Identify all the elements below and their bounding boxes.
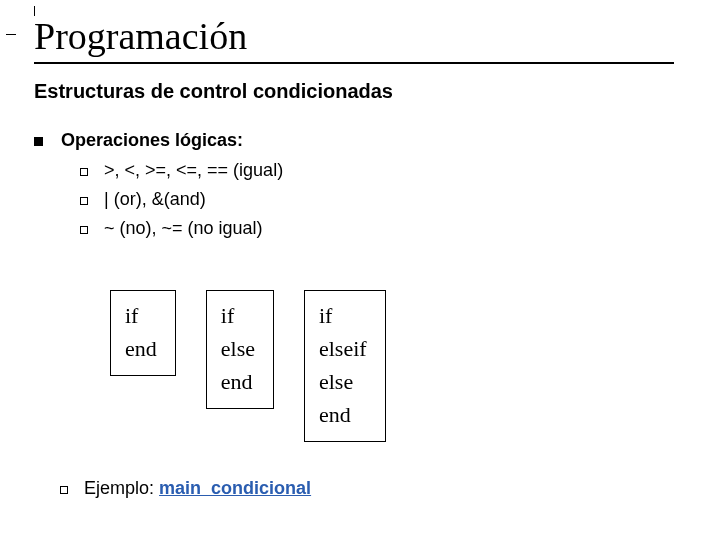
list-item: >, <, >=, <=, == (igual) (80, 160, 283, 181)
code-line: if (125, 299, 157, 332)
example-text: Ejemplo: main_condicional (84, 478, 311, 499)
code-line: end (319, 398, 367, 431)
example-row: Ejemplo: main_condicional (60, 478, 311, 499)
hollow-square-bullet-icon (80, 197, 88, 205)
example-label: Ejemplo: (84, 478, 159, 498)
hollow-square-bullet-icon (60, 486, 68, 494)
hollow-square-bullet-icon (80, 226, 88, 234)
code-line: else (221, 332, 255, 365)
corner-tick-left (6, 34, 16, 35)
list-item-text: >, <, >=, <=, == (igual) (104, 160, 283, 181)
code-block-row: if end if else end if elseif else end (110, 290, 386, 442)
bullet-list: >, <, >=, <=, == (igual) | (or), &(and) … (80, 160, 283, 247)
page-title: Programación (34, 14, 247, 58)
list-item-text: | (or), &(and) (104, 189, 206, 210)
code-line: if (319, 299, 367, 332)
example-link[interactable]: main_condicional (159, 478, 311, 498)
subtitle: Estructuras de control condicionadas (34, 80, 393, 103)
code-line: if (221, 299, 255, 332)
code-line: end (221, 365, 255, 398)
code-line: end (125, 332, 157, 365)
square-bullet-icon (34, 137, 43, 146)
list-item-text: ~ (no), ~= (no igual) (104, 218, 263, 239)
code-line: else (319, 365, 367, 398)
title-underline (34, 62, 674, 64)
list-item: ~ (no), ~= (no igual) (80, 218, 283, 239)
code-block-if: if end (110, 290, 176, 376)
code-line: elseif (319, 332, 367, 365)
hollow-square-bullet-icon (80, 168, 88, 176)
section-heading: Operaciones lógicas: (61, 130, 243, 151)
code-block-if-else: if else end (206, 290, 274, 409)
list-item: | (or), &(and) (80, 189, 283, 210)
section-heading-row: Operaciones lógicas: (34, 130, 243, 151)
code-block-if-elseif: if elseif else end (304, 290, 386, 442)
